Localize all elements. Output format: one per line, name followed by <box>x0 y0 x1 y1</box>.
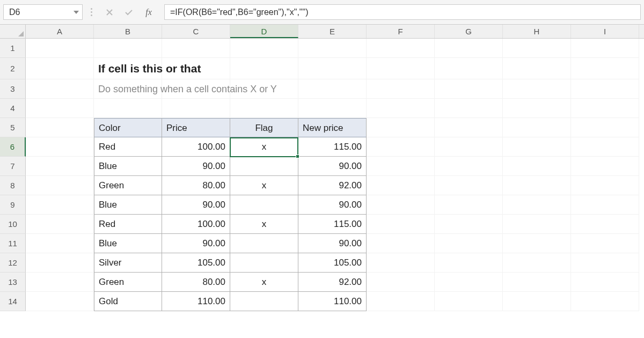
row-header-12[interactable]: 12 <box>0 253 26 273</box>
cell-I4[interactable] <box>571 99 639 118</box>
cell-I14[interactable] <box>571 292 639 311</box>
cell-H8[interactable] <box>503 176 571 195</box>
row-header-7[interactable]: 7 <box>0 157 26 176</box>
col-header-I[interactable]: I <box>571 25 639 38</box>
cell-I2[interactable] <box>571 58 639 79</box>
col-header-H[interactable]: H <box>503 25 571 38</box>
cell-G4[interactable] <box>435 99 503 118</box>
cell-E10[interactable]: 115.00 <box>298 215 367 234</box>
col-header-B[interactable]: B <box>94 25 162 38</box>
cell-I10[interactable] <box>571 215 639 234</box>
cell-F2[interactable] <box>367 58 435 79</box>
cell-H1[interactable] <box>503 39 571 58</box>
cell-E6[interactable]: 115.00 <box>298 137 367 157</box>
cell-C6[interactable]: 100.00 <box>162 137 230 157</box>
enter-formula-button[interactable] <box>120 5 137 20</box>
col-header-C[interactable]: C <box>162 25 230 38</box>
cell-A8[interactable] <box>26 176 94 195</box>
cell-H4[interactable] <box>503 99 571 118</box>
cell-A11[interactable] <box>26 234 94 253</box>
cell-F14[interactable] <box>367 292 435 311</box>
row-header-4[interactable]: 4 <box>0 99 26 118</box>
name-box-dropdown-icon[interactable] <box>74 11 79 14</box>
cell-I12[interactable] <box>571 253 639 273</box>
cell-F6[interactable] <box>367 137 435 157</box>
row-header-11[interactable]: 11 <box>0 234 26 253</box>
col-header-A[interactable]: A <box>26 25 94 38</box>
cell-I9[interactable] <box>571 195 639 215</box>
row-header-6[interactable]: 6 <box>0 137 26 157</box>
cell-D6[interactable]: x <box>230 137 298 157</box>
cell-B7[interactable]: Blue <box>94 157 162 176</box>
cell-H9[interactable] <box>503 195 571 215</box>
cell-I1[interactable] <box>571 39 639 58</box>
row-header-3[interactable]: 3 <box>0 79 26 99</box>
col-header-F[interactable]: F <box>367 25 435 38</box>
cell-A13[interactable] <box>26 273 94 292</box>
cell-I13[interactable] <box>571 273 639 292</box>
cell-C10[interactable]: 100.00 <box>162 215 230 234</box>
cell-C14[interactable]: 110.00 <box>162 292 230 311</box>
cell-A3[interactable] <box>26 79 94 99</box>
cell-B6[interactable]: Red <box>94 137 162 157</box>
cell-G5[interactable] <box>435 118 503 137</box>
cell-I3[interactable] <box>571 79 639 99</box>
cell-F10[interactable] <box>367 215 435 234</box>
cell-B1[interactable] <box>94 39 162 58</box>
cell-D8[interactable]: x <box>230 176 298 195</box>
cell-H3[interactable] <box>503 79 571 99</box>
cell-A1[interactable] <box>26 39 94 58</box>
cell-G13[interactable] <box>435 273 503 292</box>
cell-B9[interactable]: Blue <box>94 195 162 215</box>
row-header-8[interactable]: 8 <box>0 176 26 195</box>
cell-H13[interactable] <box>503 273 571 292</box>
cell-D13[interactable]: x <box>230 273 298 292</box>
cell-A5[interactable] <box>26 118 94 137</box>
col-header-G[interactable]: G <box>435 25 503 38</box>
cell-B4[interactable] <box>94 99 162 118</box>
cell-I6[interactable] <box>571 137 639 157</box>
select-all-corner[interactable] <box>0 25 26 38</box>
cell-E12[interactable]: 105.00 <box>298 253 367 273</box>
cell-B13[interactable]: Green <box>94 273 162 292</box>
cell-G8[interactable] <box>435 176 503 195</box>
cell-I8[interactable] <box>571 176 639 195</box>
row-header-2[interactable]: 2 <box>0 58 26 79</box>
row-header-9[interactable]: 9 <box>0 195 26 215</box>
cell-A9[interactable] <box>26 195 94 215</box>
cell-A6[interactable] <box>26 137 94 157</box>
cell-F1[interactable] <box>367 39 435 58</box>
cell-F12[interactable] <box>367 253 435 273</box>
cell-D14[interactable] <box>230 292 298 311</box>
cell-E4[interactable] <box>298 99 367 118</box>
cell-C12[interactable]: 105.00 <box>162 253 230 273</box>
cell-H11[interactable] <box>503 234 571 253</box>
cell-H2[interactable] <box>503 58 571 79</box>
cell-G2[interactable] <box>435 58 503 79</box>
cell-I7[interactable] <box>571 157 639 176</box>
cell-I5[interactable] <box>571 118 639 137</box>
cell-F7[interactable] <box>367 157 435 176</box>
cell-D5[interactable]: Flag <box>230 118 298 137</box>
cell-B2[interactable]: If cell is this or that <box>94 58 162 79</box>
row-header-1[interactable]: 1 <box>0 39 26 58</box>
cell-A4[interactable] <box>26 99 94 118</box>
cell-D9[interactable] <box>230 195 298 215</box>
cell-D2[interactable] <box>230 58 298 79</box>
cell-G1[interactable] <box>435 39 503 58</box>
cell-H5[interactable] <box>503 118 571 137</box>
cell-D12[interactable] <box>230 253 298 273</box>
cell-E3[interactable] <box>298 79 367 99</box>
cell-B8[interactable]: Green <box>94 176 162 195</box>
cell-B3[interactable]: Do something when a cell contains X or Y <box>94 79 162 99</box>
cell-E14[interactable]: 110.00 <box>298 292 367 311</box>
cell-H7[interactable] <box>503 157 571 176</box>
worksheet[interactable]: A B C D E F G H I 1 2 If cell is this or… <box>0 25 644 311</box>
cell-F8[interactable] <box>367 176 435 195</box>
cell-B14[interactable]: Gold <box>94 292 162 311</box>
cell-G10[interactable] <box>435 215 503 234</box>
cell-E5[interactable]: New price <box>298 118 367 137</box>
cell-G14[interactable] <box>435 292 503 311</box>
cell-C9[interactable]: 90.00 <box>162 195 230 215</box>
cell-F4[interactable] <box>367 99 435 118</box>
